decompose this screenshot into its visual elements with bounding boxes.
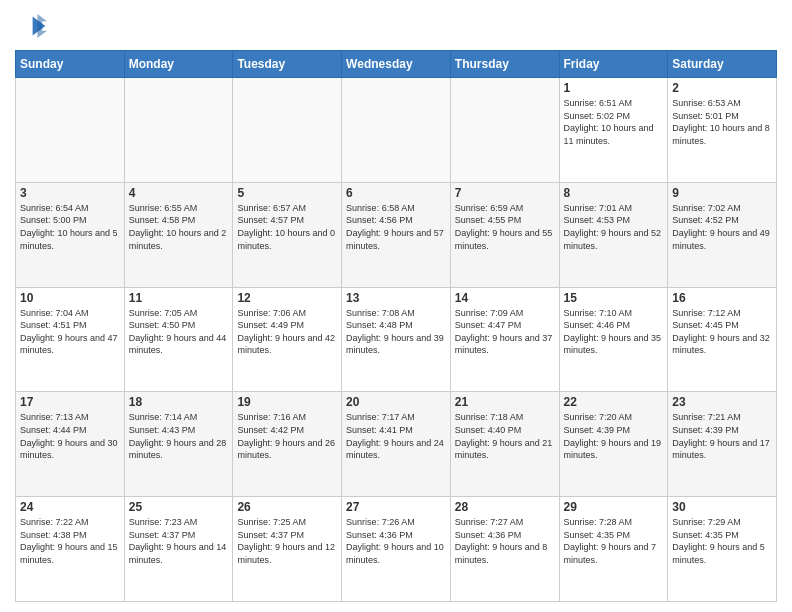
day-info: Sunrise: 7:21 AM Sunset: 4:39 PM Dayligh… xyxy=(672,411,772,461)
calendar-cell: 5Sunrise: 6:57 AM Sunset: 4:57 PM Daylig… xyxy=(233,182,342,287)
calendar-cell: 28Sunrise: 7:27 AM Sunset: 4:36 PM Dayli… xyxy=(450,497,559,602)
day-info: Sunrise: 7:28 AM Sunset: 4:35 PM Dayligh… xyxy=(564,516,664,566)
calendar-cell: 2Sunrise: 6:53 AM Sunset: 5:01 PM Daylig… xyxy=(668,78,777,183)
day-info: Sunrise: 7:25 AM Sunset: 4:37 PM Dayligh… xyxy=(237,516,337,566)
page: SundayMondayTuesdayWednesdayThursdayFrid… xyxy=(0,0,792,612)
day-info: Sunrise: 7:08 AM Sunset: 4:48 PM Dayligh… xyxy=(346,307,446,357)
day-info: Sunrise: 7:26 AM Sunset: 4:36 PM Dayligh… xyxy=(346,516,446,566)
day-info: Sunrise: 6:51 AM Sunset: 5:02 PM Dayligh… xyxy=(564,97,664,147)
day-number: 13 xyxy=(346,291,446,305)
day-number: 18 xyxy=(129,395,229,409)
day-info: Sunrise: 7:02 AM Sunset: 4:52 PM Dayligh… xyxy=(672,202,772,252)
calendar-cell: 15Sunrise: 7:10 AM Sunset: 4:46 PM Dayli… xyxy=(559,287,668,392)
calendar-cell: 22Sunrise: 7:20 AM Sunset: 4:39 PM Dayli… xyxy=(559,392,668,497)
day-number: 9 xyxy=(672,186,772,200)
day-number: 5 xyxy=(237,186,337,200)
calendar-cell: 23Sunrise: 7:21 AM Sunset: 4:39 PM Dayli… xyxy=(668,392,777,497)
calendar-cell: 10Sunrise: 7:04 AM Sunset: 4:51 PM Dayli… xyxy=(16,287,125,392)
calendar-cell: 30Sunrise: 7:29 AM Sunset: 4:35 PM Dayli… xyxy=(668,497,777,602)
day-info: Sunrise: 7:22 AM Sunset: 4:38 PM Dayligh… xyxy=(20,516,120,566)
calendar-cell xyxy=(124,78,233,183)
calendar-week-5: 24Sunrise: 7:22 AM Sunset: 4:38 PM Dayli… xyxy=(16,497,777,602)
day-number: 24 xyxy=(20,500,120,514)
calendar-cell: 3Sunrise: 6:54 AM Sunset: 5:00 PM Daylig… xyxy=(16,182,125,287)
day-info: Sunrise: 7:18 AM Sunset: 4:40 PM Dayligh… xyxy=(455,411,555,461)
calendar-cell xyxy=(450,78,559,183)
calendar-cell xyxy=(16,78,125,183)
day-info: Sunrise: 6:58 AM Sunset: 4:56 PM Dayligh… xyxy=(346,202,446,252)
day-number: 14 xyxy=(455,291,555,305)
calendar-cell: 27Sunrise: 7:26 AM Sunset: 4:36 PM Dayli… xyxy=(342,497,451,602)
day-number: 21 xyxy=(455,395,555,409)
calendar-cell: 1Sunrise: 6:51 AM Sunset: 5:02 PM Daylig… xyxy=(559,78,668,183)
day-number: 23 xyxy=(672,395,772,409)
day-number: 22 xyxy=(564,395,664,409)
day-info: Sunrise: 7:06 AM Sunset: 4:49 PM Dayligh… xyxy=(237,307,337,357)
day-info: Sunrise: 7:04 AM Sunset: 4:51 PM Dayligh… xyxy=(20,307,120,357)
day-info: Sunrise: 7:23 AM Sunset: 4:37 PM Dayligh… xyxy=(129,516,229,566)
svg-marker-1 xyxy=(37,14,47,38)
calendar-cell: 21Sunrise: 7:18 AM Sunset: 4:40 PM Dayli… xyxy=(450,392,559,497)
calendar-header: SundayMondayTuesdayWednesdayThursdayFrid… xyxy=(16,51,777,78)
calendar-cell: 6Sunrise: 6:58 AM Sunset: 4:56 PM Daylig… xyxy=(342,182,451,287)
day-number: 19 xyxy=(237,395,337,409)
day-number: 28 xyxy=(455,500,555,514)
calendar-cell: 7Sunrise: 6:59 AM Sunset: 4:55 PM Daylig… xyxy=(450,182,559,287)
day-info: Sunrise: 7:09 AM Sunset: 4:47 PM Dayligh… xyxy=(455,307,555,357)
day-number: 12 xyxy=(237,291,337,305)
day-info: Sunrise: 7:13 AM Sunset: 4:44 PM Dayligh… xyxy=(20,411,120,461)
calendar-cell: 4Sunrise: 6:55 AM Sunset: 4:58 PM Daylig… xyxy=(124,182,233,287)
day-number: 16 xyxy=(672,291,772,305)
header xyxy=(15,10,777,42)
calendar-cell: 17Sunrise: 7:13 AM Sunset: 4:44 PM Dayli… xyxy=(16,392,125,497)
day-info: Sunrise: 7:20 AM Sunset: 4:39 PM Dayligh… xyxy=(564,411,664,461)
day-number: 1 xyxy=(564,81,664,95)
day-number: 25 xyxy=(129,500,229,514)
day-number: 17 xyxy=(20,395,120,409)
weekday-header-monday: Monday xyxy=(124,51,233,78)
day-info: Sunrise: 6:54 AM Sunset: 5:00 PM Dayligh… xyxy=(20,202,120,252)
weekday-header-row: SundayMondayTuesdayWednesdayThursdayFrid… xyxy=(16,51,777,78)
day-number: 10 xyxy=(20,291,120,305)
weekday-header-tuesday: Tuesday xyxy=(233,51,342,78)
weekday-header-sunday: Sunday xyxy=(16,51,125,78)
calendar-cell: 12Sunrise: 7:06 AM Sunset: 4:49 PM Dayli… xyxy=(233,287,342,392)
day-info: Sunrise: 7:27 AM Sunset: 4:36 PM Dayligh… xyxy=(455,516,555,566)
calendar-week-1: 1Sunrise: 6:51 AM Sunset: 5:02 PM Daylig… xyxy=(16,78,777,183)
weekday-header-wednesday: Wednesday xyxy=(342,51,451,78)
calendar-cell: 8Sunrise: 7:01 AM Sunset: 4:53 PM Daylig… xyxy=(559,182,668,287)
calendar-table: SundayMondayTuesdayWednesdayThursdayFrid… xyxy=(15,50,777,602)
day-info: Sunrise: 7:14 AM Sunset: 4:43 PM Dayligh… xyxy=(129,411,229,461)
day-number: 4 xyxy=(129,186,229,200)
weekday-header-thursday: Thursday xyxy=(450,51,559,78)
calendar-week-3: 10Sunrise: 7:04 AM Sunset: 4:51 PM Dayli… xyxy=(16,287,777,392)
day-info: Sunrise: 7:05 AM Sunset: 4:50 PM Dayligh… xyxy=(129,307,229,357)
day-number: 3 xyxy=(20,186,120,200)
day-number: 15 xyxy=(564,291,664,305)
calendar-cell: 14Sunrise: 7:09 AM Sunset: 4:47 PM Dayli… xyxy=(450,287,559,392)
day-info: Sunrise: 7:16 AM Sunset: 4:42 PM Dayligh… xyxy=(237,411,337,461)
day-info: Sunrise: 6:57 AM Sunset: 4:57 PM Dayligh… xyxy=(237,202,337,252)
calendar-cell: 25Sunrise: 7:23 AM Sunset: 4:37 PM Dayli… xyxy=(124,497,233,602)
calendar-cell: 20Sunrise: 7:17 AM Sunset: 4:41 PM Dayli… xyxy=(342,392,451,497)
day-number: 30 xyxy=(672,500,772,514)
calendar-cell: 16Sunrise: 7:12 AM Sunset: 4:45 PM Dayli… xyxy=(668,287,777,392)
day-info: Sunrise: 7:01 AM Sunset: 4:53 PM Dayligh… xyxy=(564,202,664,252)
calendar-cell: 26Sunrise: 7:25 AM Sunset: 4:37 PM Dayli… xyxy=(233,497,342,602)
day-number: 2 xyxy=(672,81,772,95)
calendar-week-4: 17Sunrise: 7:13 AM Sunset: 4:44 PM Dayli… xyxy=(16,392,777,497)
calendar-cell: 24Sunrise: 7:22 AM Sunset: 4:38 PM Dayli… xyxy=(16,497,125,602)
day-info: Sunrise: 6:55 AM Sunset: 4:58 PM Dayligh… xyxy=(129,202,229,252)
calendar-body: 1Sunrise: 6:51 AM Sunset: 5:02 PM Daylig… xyxy=(16,78,777,602)
day-info: Sunrise: 6:59 AM Sunset: 4:55 PM Dayligh… xyxy=(455,202,555,252)
calendar-week-2: 3Sunrise: 6:54 AM Sunset: 5:00 PM Daylig… xyxy=(16,182,777,287)
calendar-cell: 18Sunrise: 7:14 AM Sunset: 4:43 PM Dayli… xyxy=(124,392,233,497)
day-info: Sunrise: 6:53 AM Sunset: 5:01 PM Dayligh… xyxy=(672,97,772,147)
calendar-cell: 13Sunrise: 7:08 AM Sunset: 4:48 PM Dayli… xyxy=(342,287,451,392)
calendar-cell: 29Sunrise: 7:28 AM Sunset: 4:35 PM Dayli… xyxy=(559,497,668,602)
day-number: 29 xyxy=(564,500,664,514)
day-info: Sunrise: 7:10 AM Sunset: 4:46 PM Dayligh… xyxy=(564,307,664,357)
day-info: Sunrise: 7:12 AM Sunset: 4:45 PM Dayligh… xyxy=(672,307,772,357)
day-info: Sunrise: 7:29 AM Sunset: 4:35 PM Dayligh… xyxy=(672,516,772,566)
logo xyxy=(15,10,51,42)
